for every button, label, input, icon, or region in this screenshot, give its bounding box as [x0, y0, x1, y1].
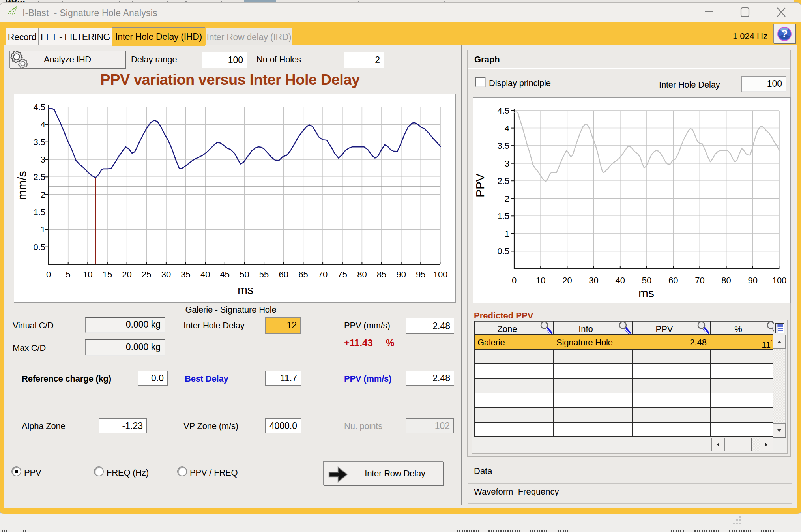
svg-text:65: 65	[298, 270, 308, 279]
svg-text:55: 55	[259, 270, 269, 279]
svg-text:0.5: 0.5	[497, 246, 509, 256]
svg-text:2.5: 2.5	[33, 172, 45, 182]
svg-text:3.5: 3.5	[497, 141, 509, 151]
svg-text:4: 4	[505, 124, 509, 133]
svg-text:40: 40	[616, 275, 625, 285]
svg-text:4: 4	[41, 120, 45, 129]
svg-text:2: 2	[41, 190, 45, 200]
svg-text:85: 85	[377, 270, 386, 279]
svg-text:?: ?	[781, 28, 788, 40]
svg-text:30: 30	[589, 275, 598, 285]
svg-text:20: 20	[562, 275, 572, 285]
svg-text:2.5: 2.5	[497, 176, 509, 186]
svg-text:0: 0	[46, 270, 51, 279]
svg-text:95: 95	[416, 270, 425, 279]
svg-text:70: 70	[695, 275, 704, 285]
svg-text:15: 15	[103, 270, 112, 279]
svg-text:45: 45	[220, 270, 230, 279]
svg-text:80: 80	[357, 270, 367, 279]
svg-text:50: 50	[642, 275, 651, 285]
svg-text:70: 70	[318, 270, 328, 279]
svg-text:mm/s: mm/s	[15, 171, 28, 200]
svg-text:4.5: 4.5	[33, 102, 45, 112]
svg-text:60: 60	[279, 270, 288, 279]
svg-text:100: 100	[433, 270, 448, 279]
svg-text:1: 1	[41, 225, 45, 234]
svg-text:25: 25	[142, 270, 151, 279]
svg-text:3: 3	[505, 159, 509, 169]
svg-text:10: 10	[83, 270, 92, 279]
svg-text:30: 30	[161, 270, 171, 279]
svg-text:2: 2	[505, 194, 509, 204]
svg-text:90: 90	[748, 275, 758, 285]
svg-text:0.5: 0.5	[33, 242, 45, 252]
svg-text:PPV: PPV	[473, 174, 487, 197]
svg-text:ms: ms	[638, 287, 654, 300]
svg-text:50: 50	[240, 270, 249, 279]
svg-text:90: 90	[396, 270, 406, 279]
svg-text:1.5: 1.5	[497, 211, 509, 221]
svg-text:35: 35	[181, 270, 190, 279]
svg-text:80: 80	[721, 275, 731, 285]
svg-text:1: 1	[505, 229, 509, 239]
svg-text:3: 3	[41, 155, 45, 165]
svg-text:ms: ms	[238, 283, 253, 296]
svg-text:10: 10	[536, 275, 545, 285]
svg-text:40: 40	[200, 270, 210, 279]
svg-text:60: 60	[668, 275, 678, 285]
svg-text:0: 0	[512, 275, 517, 285]
svg-text:3.5: 3.5	[33, 137, 45, 147]
svg-text:20: 20	[122, 270, 131, 279]
svg-text:100: 100	[772, 275, 787, 285]
svg-text:1.5: 1.5	[33, 207, 45, 217]
svg-text:5: 5	[66, 270, 71, 279]
svg-text:4.5: 4.5	[497, 106, 509, 116]
svg-text:75: 75	[338, 270, 347, 279]
